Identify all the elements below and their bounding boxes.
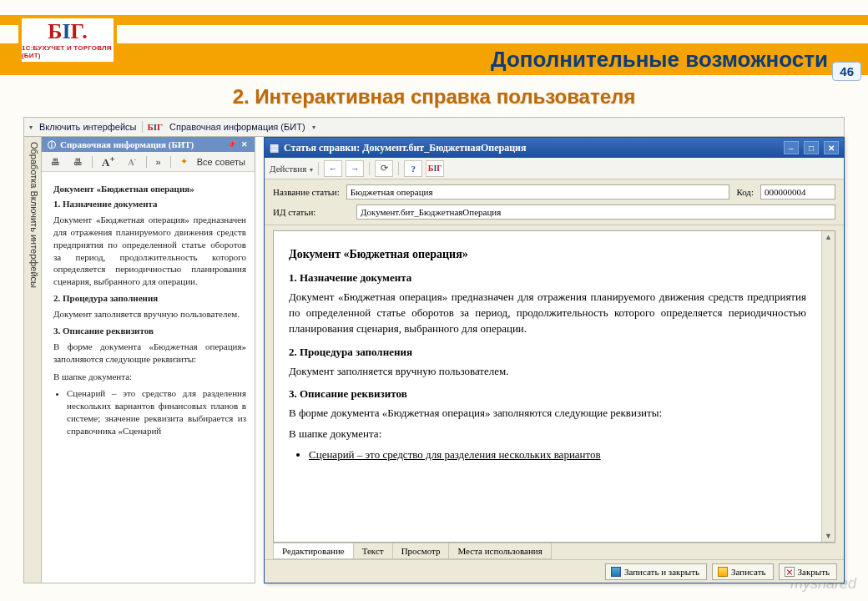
- tab-text[interactable]: Текст: [353, 543, 393, 559]
- article-titlebar: Статья справки: Документ.бит_БюджетнаяОп…: [265, 138, 844, 158]
- document-icon: [270, 142, 279, 154]
- article-content[interactable]: Документ «Бюджетная операция» 1. Назначе…: [274, 231, 821, 542]
- help-panel-body: Документ «Бюджетная операция» 1. Назначе…: [42, 172, 255, 583]
- close-button[interactable]: Закрыть: [779, 563, 837, 580]
- help-bullet-1: Сценарий – это средство для разделения н…: [67, 387, 246, 437]
- menu-include-interfaces[interactable]: Включить интерфейсы: [38, 122, 139, 132]
- article-window-title: Статья справки: Документ.бит_БюджетнаяОп…: [284, 142, 526, 154]
- workspace: Обработка Включить интерфейсы ⓘ Справочн…: [23, 137, 845, 583]
- logo-subtext: 1С:БУХУЧЕТ И ТОРГОВЛЯ (БИТ): [22, 44, 114, 59]
- tips-icon[interactable]: [176, 154, 192, 169]
- help-section-3-body: В форме документа «Бюджетная операция» з…: [53, 341, 246, 366]
- article-tabs: Редактирование Текст Просмотр Места испо…: [273, 543, 835, 559]
- scroll-up-icon[interactable]: ▲: [825, 233, 832, 241]
- close-button[interactable]: ✕: [824, 141, 839, 154]
- doc-n2: 2. Процедура заполнения: [289, 346, 806, 359]
- doc-li1: Сценарий – это средство для разделения н…: [309, 447, 806, 463]
- font-decrease-button[interactable]: A-: [124, 154, 141, 169]
- forward-button[interactable]: [346, 160, 364, 177]
- print-button[interactable]: [47, 155, 64, 169]
- input-article-name[interactable]: [346, 184, 730, 199]
- slide-subtitle: 2. Интерактивная справка пользователя: [0, 85, 868, 109]
- article-toolbar: Действия БІГ: [265, 158, 844, 179]
- close-icon[interactable]: [240, 139, 250, 149]
- chevrons-icon[interactable]: »: [152, 155, 165, 169]
- separator: [146, 156, 147, 168]
- save-button[interactable]: Записать: [712, 563, 773, 580]
- separator: [142, 121, 143, 133]
- pin-icon[interactable]: [226, 139, 236, 149]
- brand-mini-icon: БІГ: [148, 122, 164, 132]
- help-section-2-body: Документ заполняется вручную пользовател…: [53, 308, 246, 321]
- doc-p3: В форме документа «Бюджетная операция» з…: [289, 406, 806, 422]
- page-number-badge: 46: [832, 62, 861, 81]
- help-doc-title: Документ «Бюджетная операция»: [53, 184, 246, 194]
- app-menubar: Включить интерфейсы БІГ Справочная инфор…: [23, 117, 845, 137]
- dropdown-icon[interactable]: [310, 123, 317, 131]
- article-footer: Записать и закрыть Записать Закрыть: [265, 559, 844, 583]
- help-section-3-head: 3. Описание реквизитов: [53, 326, 246, 336]
- font-increase-button[interactable]: A+: [98, 152, 119, 171]
- separator: [170, 156, 171, 168]
- doc-n3: 3. Описание реквизитов: [289, 387, 806, 401]
- help-section-1-head: 1. Назначение документа: [53, 199, 246, 209]
- save-close-button[interactable]: Записать и закрыть: [605, 563, 707, 580]
- brand-bar-top: [0, 15, 868, 25]
- help-panel-toolbar: A+ A- » Все советы: [42, 152, 255, 172]
- help-button[interactable]: [404, 160, 422, 177]
- input-article-id[interactable]: [356, 205, 835, 220]
- slide-header: БІГ. 1С:БУХУЧЕТ И ТОРГОВЛЯ (БИТ) Дополни…: [0, 0, 868, 75]
- doc-n1: 1. Назначение документа: [289, 271, 806, 285]
- scroll-down-icon[interactable]: ▼: [825, 532, 832, 540]
- print-preview-button[interactable]: [69, 155, 87, 169]
- minimize-button[interactable]: –: [784, 141, 799, 154]
- help-panel: ⓘ Справочная информация (БИТ) A+ A- » Вс…: [42, 137, 255, 583]
- article-fields: Название статьи: Код: ИД статьи:: [265, 179, 844, 225]
- help-panel-title: Справочная информация (БИТ): [60, 139, 194, 149]
- article-window: Статья справки: Документ.бит_БюджетнаяОп…: [264, 137, 845, 583]
- tab-usage[interactable]: Места использования: [448, 543, 551, 559]
- doc-p1: Документ «Бюджетная операция» предназнач…: [289, 290, 806, 337]
- brand-logo: БІГ. 1С:БУХУЧЕТ И ТОРГОВЛЯ (БИТ): [18, 15, 117, 65]
- all-tips-link[interactable]: Все советы: [197, 157, 245, 167]
- article-editor: Документ «Бюджетная операция» 1. Назначе…: [273, 230, 835, 543]
- input-article-code[interactable]: [760, 184, 835, 199]
- slide-title: Дополнительные возможности: [491, 43, 828, 75]
- logo-text: БІГ.: [48, 21, 87, 43]
- back-button[interactable]: [324, 160, 342, 177]
- doc-p4: В шапке документа:: [289, 427, 806, 442]
- dropdown-icon[interactable]: [310, 164, 313, 174]
- vertical-side-tab[interactable]: Обработка Включить интерфейсы: [23, 137, 42, 583]
- help-section-2-head: 2. Процедура заполнения: [53, 293, 246, 303]
- bit-logo-button[interactable]: БІГ: [426, 160, 444, 177]
- dropdown-icon[interactable]: [28, 123, 34, 131]
- doc-title: Документ «Бюджетная операция»: [289, 248, 806, 261]
- menu-help-tab[interactable]: Справочная информация (БИТ): [168, 122, 306, 132]
- tab-view[interactable]: Просмотр: [392, 543, 450, 559]
- actions-menu[interactable]: Действия: [270, 164, 306, 174]
- label-article-id: ИД статьи:: [273, 207, 350, 217]
- help-section-3-sub: В шапке документа:: [53, 371, 246, 383]
- tab-edit[interactable]: Редактирование: [273, 543, 354, 559]
- app-window: Включить интерфейсы БІГ Справочная инфор…: [23, 117, 845, 584]
- help-section-1-body: Документ «Бюджетная операция» предназнач…: [53, 214, 246, 288]
- label-article-name: Название статьи:: [273, 187, 340, 197]
- separator: [92, 156, 93, 168]
- help-icon: ⓘ: [47, 139, 57, 149]
- doc-p2: Документ заполняется вручную пользовател…: [289, 364, 806, 380]
- help-panel-titlebar: ⓘ Справочная информация (БИТ): [42, 137, 255, 152]
- label-article-code: Код:: [736, 187, 754, 197]
- scrollbar[interactable]: ▲ ▼: [821, 231, 835, 542]
- maximize-button[interactable]: □: [804, 141, 819, 154]
- refresh-button[interactable]: [375, 160, 393, 177]
